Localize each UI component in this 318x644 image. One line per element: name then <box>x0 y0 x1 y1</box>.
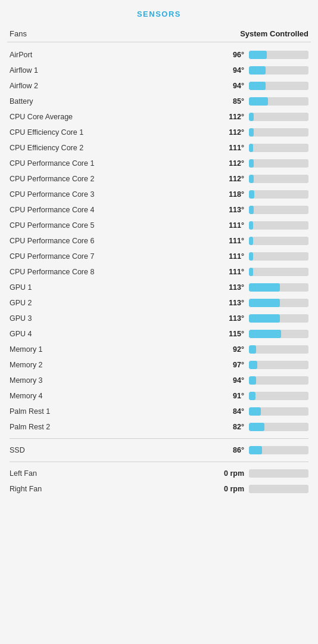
sensor-value: 113° <box>216 314 244 323</box>
sensor-bar-container <box>249 144 308 152</box>
sensor-value: 112° <box>216 175 244 183</box>
sensor-bar-container <box>249 159 308 168</box>
sensor-bar-fill <box>249 407 261 416</box>
sensor-bar-fill <box>249 113 254 121</box>
sensor-value: 97° <box>216 361 244 369</box>
sensors-panel: SENSORS Fans System Controlled AirPort96… <box>0 0 318 511</box>
sensor-name: GPU 2 <box>10 299 216 307</box>
sensor-value: 112° <box>216 113 244 121</box>
sensor-bar-container <box>249 330 308 338</box>
sensor-bar-container <box>249 314 308 323</box>
fan-bar-container <box>249 485 308 493</box>
sensor-name: CPU Performance Core 6 <box>10 237 216 245</box>
sensors-list: AirPort96°Airflow 194°Airflow 294°Batter… <box>7 47 311 435</box>
sensor-bar-fill <box>249 237 253 245</box>
sensor-bar-container <box>249 237 308 245</box>
sensor-value: 118° <box>216 190 244 199</box>
sensor-row: GPU 4115° <box>7 326 311 342</box>
sensor-bar-fill <box>249 283 280 292</box>
sensor-name: Memory 1 <box>10 345 216 354</box>
sensor-row: GPU 3113° <box>7 311 311 326</box>
sensor-value: 111° <box>216 268 244 276</box>
sensor-row: Airflow 194° <box>7 63 311 78</box>
sensor-name: CPU Performance Core 3 <box>10 190 216 199</box>
sensor-bar-container <box>249 376 308 385</box>
sensor-row: CPU Performance Core 5111° <box>7 218 311 233</box>
fans-label: Fans <box>10 29 27 38</box>
sensor-name: GPU 3 <box>10 314 216 323</box>
sensor-bar-container <box>249 221 308 230</box>
ssd-bar-fill <box>249 446 262 454</box>
sensor-bar-fill <box>249 221 253 230</box>
sensor-name: CPU Performance Core 8 <box>10 268 216 276</box>
sensor-row: CPU Efficiency Core 2111° <box>7 140 311 156</box>
sensor-bar-fill <box>249 330 281 338</box>
sensor-name: Palm Rest 2 <box>10 423 216 431</box>
sensor-bar-fill <box>249 190 254 199</box>
sensor-row: CPU Performance Core 7111° <box>7 249 311 264</box>
sensor-value: 91° <box>216 392 244 400</box>
sensor-row: CPU Performance Core 2112° <box>7 171 311 187</box>
sensor-row: CPU Performance Core 3118° <box>7 187 311 202</box>
sensor-name: AirPort <box>10 51 216 59</box>
sensor-name: CPU Performance Core 4 <box>10 206 216 214</box>
ssd-name: SSD <box>10 446 216 454</box>
sensor-row: CPU Efficiency Core 1112° <box>7 125 311 140</box>
sensor-value: 111° <box>216 144 244 152</box>
fan-bar-container <box>249 469 308 478</box>
sensor-row: Palm Rest 184° <box>7 404 311 419</box>
sensor-value: 94° <box>216 82 244 90</box>
sensor-bar-container <box>249 407 308 416</box>
sensor-row: Memory 491° <box>7 388 311 404</box>
sensor-bar-container <box>249 345 308 354</box>
sensor-name: Memory 2 <box>10 361 216 369</box>
sensor-value: 85° <box>216 97 244 106</box>
sensor-bar-fill <box>249 206 254 214</box>
sensor-name: CPU Efficiency Core 2 <box>10 144 216 152</box>
sensor-row: Memory 192° <box>7 342 311 357</box>
sensor-value: 111° <box>216 221 244 230</box>
sensor-bar-container <box>249 82 308 90</box>
sensor-name: Battery <box>10 97 216 106</box>
fans-header: Fans System Controlled <box>7 26 311 42</box>
sensor-bar-fill <box>249 252 253 261</box>
sensor-bar-container <box>249 206 308 214</box>
page-title: SENSORS <box>0 10 318 18</box>
sensor-bar-fill <box>249 82 266 90</box>
sensor-row: CPU Core Average112° <box>7 109 311 125</box>
sensor-bar-fill <box>249 144 253 152</box>
sensor-name: GPU 4 <box>10 330 216 338</box>
sensor-row: CPU Performance Core 8111° <box>7 264 311 280</box>
sensor-value: 96° <box>216 51 244 59</box>
sensor-value: 82° <box>216 423 244 431</box>
sensor-bar-container <box>249 128 308 137</box>
sensor-bar-fill <box>249 423 264 431</box>
sensor-row: CPU Performance Core 4113° <box>7 202 311 218</box>
main-section: Fans System Controlled AirPort96°Airflow… <box>0 26 318 497</box>
sensor-name: GPU 1 <box>10 283 216 292</box>
sensor-row: GPU 2113° <box>7 295 311 311</box>
sensor-bar-fill <box>249 175 254 183</box>
fans-divider <box>10 462 308 462</box>
sensor-row: Palm Rest 282° <box>7 419 311 435</box>
sensor-bar-container <box>249 175 308 183</box>
sensor-bar-fill <box>249 299 280 307</box>
sensor-name: CPU Performance Core 2 <box>10 175 216 183</box>
sensor-value: 112° <box>216 128 244 137</box>
fan-row: Left Fan0 rpm <box>7 466 311 481</box>
sensor-value: 84° <box>216 407 244 416</box>
sensor-row: Battery85° <box>7 94 311 109</box>
sensor-name: CPU Core Average <box>10 113 216 121</box>
sensor-bar-container <box>249 268 308 276</box>
sensor-row: Airflow 294° <box>7 78 311 94</box>
sensor-value: 111° <box>216 252 244 261</box>
sensor-bar-fill <box>249 376 256 385</box>
sensor-bar-fill <box>249 159 254 168</box>
sensor-bar-fill <box>249 97 268 106</box>
sensor-bar-container <box>249 51 308 59</box>
fan-row: Right Fan0 rpm <box>7 481 311 497</box>
sensor-value: 111° <box>216 237 244 245</box>
sensor-bar-container <box>249 392 308 400</box>
sensor-name: CPU Performance Core 1 <box>10 159 216 168</box>
sensor-name: Airflow 1 <box>10 66 216 75</box>
